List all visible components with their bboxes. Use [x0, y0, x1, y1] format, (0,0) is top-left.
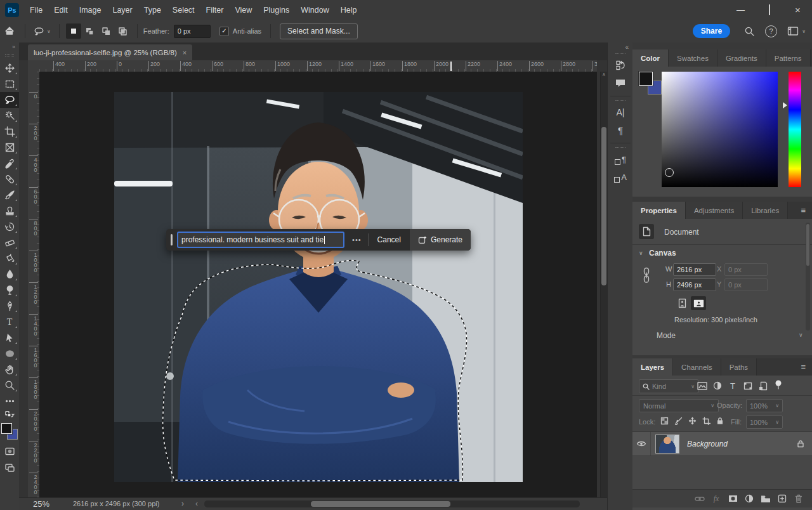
canvas-horizontal-scrollbar[interactable] — [204, 500, 580, 507]
add-mask-button[interactable] — [724, 491, 741, 506]
canvas-section-chevron[interactable]: ∨ — [639, 250, 643, 256]
tab-paths[interactable]: Paths — [721, 358, 757, 376]
menu-file[interactable]: File — [24, 3, 48, 17]
layers-panel-menu-icon[interactable]: ≡ — [794, 358, 812, 376]
comments-panel-icon[interactable] — [608, 74, 633, 92]
layer-name[interactable]: Background — [687, 440, 728, 448]
filter-type-layers-icon[interactable]: T — [726, 380, 739, 391]
tool-preset-lasso[interactable]: ∨ — [31, 26, 53, 37]
paint-bucket-tool[interactable] — [0, 251, 19, 266]
intersect-selection-mode-button[interactable] — [115, 23, 131, 39]
select-and-mask-button[interactable]: Select and Mask... — [280, 23, 358, 39]
home-button[interactable] — [0, 26, 19, 36]
menu-window[interactable]: Window — [295, 3, 334, 17]
paragraph-styles-panel-icon[interactable]: ¶ — [608, 150, 633, 168]
help-icon[interactable]: ? — [765, 25, 777, 37]
color-picker-ring[interactable] — [665, 168, 674, 177]
shape-tool[interactable] — [0, 346, 19, 362]
menu-select[interactable]: Select — [167, 3, 200, 17]
swap-colors-button[interactable] — [0, 409, 19, 421]
menu-type[interactable]: Type — [138, 3, 167, 17]
healing-brush-tool[interactable] — [0, 171, 19, 187]
hue-slider-marker[interactable] — [783, 102, 787, 108]
taskbar-grip[interactable] — [171, 234, 173, 245]
lock-pixels-icon[interactable] — [672, 415, 684, 426]
blur-tool[interactable] — [0, 266, 19, 282]
filter-smart-objects-icon[interactable] — [757, 380, 769, 391]
tab-color[interactable]: Color — [632, 49, 669, 67]
ruler-corner[interactable] — [28, 60, 40, 72]
type-tool[interactable]: T — [0, 314, 19, 330]
layer-filter-type-select[interactable]: Kind ∨ — [639, 379, 698, 393]
filter-adjustment-layers-icon[interactable] — [711, 380, 724, 391]
lock-position-icon[interactable] — [686, 415, 698, 426]
menu-image[interactable]: Image — [74, 3, 107, 17]
hue-slider[interactable] — [789, 72, 801, 187]
filter-pixel-layers-icon[interactable] — [696, 380, 709, 391]
hand-tool[interactable] — [0, 362, 19, 377]
pen-tool[interactable] — [0, 298, 19, 314]
filter-toggle[interactable] — [775, 379, 782, 391]
opacity-input[interactable]: 100% ∨ — [746, 399, 783, 412]
lock-transparency-icon[interactable] — [658, 415, 671, 426]
screen-mode-button[interactable] — [0, 459, 19, 475]
new-layer-button[interactable] — [774, 491, 790, 506]
add-selection-mode-button[interactable] — [82, 23, 98, 39]
edit-toolbar-button[interactable] — [0, 393, 19, 409]
share-button[interactable]: Share — [693, 24, 730, 38]
tab-layers[interactable]: Layers — [632, 358, 673, 376]
layer-style-button[interactable]: fx — [708, 491, 724, 506]
object-selection-tool[interactable] — [0, 108, 19, 124]
properties-scroll-down-icon[interactable]: ∨ — [799, 332, 803, 338]
character-styles-panel-icon[interactable]: A — [608, 168, 633, 186]
cancel-button[interactable]: Cancel — [369, 235, 410, 244]
prompt-input[interactable]: professional. modern business suit and t… — [177, 232, 344, 248]
left-ruler[interactable]: 0200400600800100012001400160018002000220… — [28, 72, 40, 498]
link-layers-button[interactable] — [691, 491, 708, 506]
scroll-up-icon[interactable]: ∧ — [601, 72, 607, 77]
dodge-tool[interactable] — [0, 282, 19, 298]
canvas-width-input[interactable]: 2616 px — [673, 263, 716, 276]
canvas-height-input[interactable]: 2496 px — [673, 278, 716, 291]
orientation-portrait-button[interactable] — [674, 296, 690, 310]
path-selection-tool[interactable] — [0, 330, 19, 346]
lasso-tool[interactable] — [0, 92, 19, 108]
orientation-landscape-button[interactable] — [691, 296, 706, 310]
foreground-color-swatch[interactable] — [1, 423, 12, 434]
fill-input[interactable]: 100% ∨ — [746, 415, 783, 429]
tab-libraries[interactable]: Libraries — [743, 202, 788, 219]
tab-gradients[interactable]: Gradients — [717, 49, 766, 67]
new-group-button[interactable] — [757, 491, 774, 506]
canvas-vertical-scrollbar[interactable]: ∧ — [600, 72, 607, 498]
eyedropper-tool[interactable] — [0, 155, 19, 171]
color-field[interactable] — [662, 72, 778, 187]
crop-tool[interactable] — [0, 124, 19, 140]
tab-patterns[interactable]: Patterns — [766, 49, 811, 67]
brush-tool[interactable] — [0, 187, 19, 203]
subtract-selection-mode-button[interactable] — [99, 23, 114, 39]
document-tab[interactable]: luo-ji-professional-selfie.jpg @ 25% (RG… — [28, 44, 192, 60]
foreground-color-swatch[interactable] — [639, 72, 653, 86]
horizontal-scroll-thumb[interactable] — [311, 501, 450, 507]
rectangular-marquee-tool[interactable] — [0, 76, 19, 92]
frame-tool[interactable] — [0, 140, 19, 155]
add-adjustment-layer-button[interactable] — [741, 491, 757, 506]
properties-panel-menu-icon[interactable]: ≡ — [794, 202, 812, 219]
clone-stamp-tool[interactable] — [0, 203, 19, 219]
status-prev-icon[interactable]: ‹ — [195, 499, 198, 508]
close-button[interactable]: × — [783, 4, 812, 15]
more-options-button[interactable]: ••• — [352, 236, 362, 244]
tab-properties[interactable]: Properties — [632, 202, 686, 219]
close-tab-icon[interactable]: × — [183, 49, 187, 56]
tab-adjustments[interactable]: Adjustments — [686, 202, 743, 219]
layer-thumbnail[interactable] — [655, 435, 679, 454]
blend-mode-select[interactable]: Normal ∨ — [639, 399, 719, 412]
chevron-down-icon[interactable]: ∨ — [802, 29, 806, 34]
delete-layer-button[interactable] — [790, 491, 807, 506]
tab-channels[interactable]: Channels — [673, 358, 721, 376]
canvas-viewport[interactable]: professional. modern business suit and t… — [39, 72, 597, 498]
quick-mask-button[interactable] — [0, 443, 19, 459]
menu-plugins[interactable]: Plugins — [258, 3, 295, 17]
collapse-panels-icon[interactable]: « — [608, 43, 633, 51]
photo-canvas[interactable] — [114, 92, 523, 482]
